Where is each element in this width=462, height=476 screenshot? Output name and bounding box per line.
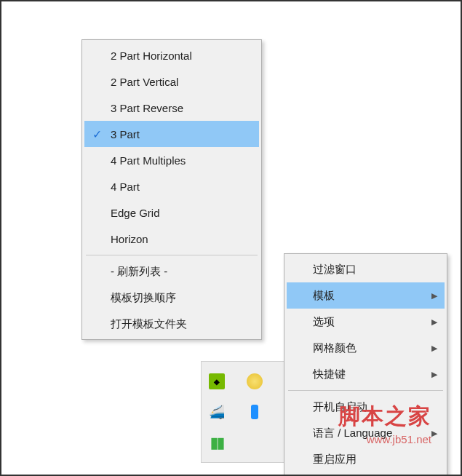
menu-exit[interactable]: 退出 — [287, 472, 445, 476]
menu-refresh-list[interactable]: - 刷新列表 - — [84, 258, 259, 285]
menu-label: 网格颜色 — [313, 341, 357, 355]
menu-open-folder[interactable]: 打开模板文件夹 — [84, 311, 259, 337]
main-context-menu: 过滤窗口 模板 ▶ 选项 ▶ 网格颜色 ▶ 快捷键 ▶ 开机自启动 语言 / L… — [284, 253, 447, 476]
checkmark-icon: ✓ — [90, 127, 103, 140]
menu-label: 重启应用 — [313, 453, 357, 467]
menu-restart[interactable]: 重启应用 — [287, 446, 445, 472]
menu-template[interactable]: 模板 ▶ — [287, 282, 445, 309]
template-option[interactable]: 2 Part Horizontal — [84, 42, 259, 68]
menu-label: 过滤窗口 — [313, 263, 357, 277]
template-option[interactable]: Edge Grid — [84, 199, 259, 226]
menu-label: 模板 — [313, 289, 335, 303]
menu-label: 打开模板文件夹 — [111, 317, 187, 331]
menu-language[interactable]: 语言 / Language ▶ — [287, 420, 445, 446]
template-option-selected[interactable]: ✓ 3 Part — [84, 121, 259, 147]
menu-autostart[interactable]: 开机自启动 — [287, 394, 445, 420]
submenu-arrow-icon: ▶ — [431, 291, 437, 301]
menu-filter-window[interactable]: 过滤窗口 — [287, 256, 445, 282]
menu-label: 4 Part — [111, 181, 140, 193]
train-tray-icon[interactable]: 🚄 — [209, 404, 225, 420]
tray-row: 🚄 — [209, 404, 277, 420]
menu-label: 2 Part Vertical — [111, 76, 178, 88]
menu-label: 3 Part Reverse — [111, 102, 183, 114]
tray-row: ▮▮ — [209, 435, 277, 451]
empty-tray-slot — [247, 435, 263, 451]
system-tray-panel: ◆ 🚄 ▮▮ — [201, 361, 285, 463]
menu-label: 开机自启动 — [313, 400, 367, 414]
submenu-arrow-icon: ▶ — [431, 429, 437, 438]
menu-label: 快捷键 — [313, 368, 346, 381]
menu-label: Edge Grid — [111, 207, 160, 219]
submenu-arrow-icon: ▶ — [431, 370, 437, 379]
menu-separator — [288, 390, 443, 391]
template-option[interactable]: Horizon — [84, 226, 259, 252]
blue-tray-icon[interactable] — [247, 404, 263, 420]
smiley-tray-icon[interactable] — [247, 373, 263, 389]
submenu-arrow-icon: ▶ — [431, 344, 437, 353]
menu-label: 选项 — [313, 315, 335, 329]
menu-options[interactable]: 选项 ▶ — [287, 309, 445, 335]
template-option[interactable]: 4 Part Multiples — [84, 147, 259, 173]
nvidia-tray-icon[interactable]: ◆ — [209, 373, 225, 389]
menu-label: 2 Part Horizontal — [111, 49, 192, 62]
tray-row: ◆ — [209, 373, 277, 389]
template-option[interactable]: 4 Part — [84, 173, 259, 199]
submenu-arrow-icon: ▶ — [431, 317, 437, 327]
template-option[interactable]: 2 Part Vertical — [84, 68, 259, 95]
template-submenu: 2 Part Horizontal 2 Part Vertical 3 Part… — [81, 39, 262, 340]
menu-label: - 刷新列表 - — [111, 265, 167, 279]
menu-label: 语言 / Language — [313, 427, 392, 440]
menu-label: 3 Part — [111, 128, 140, 140]
menu-shortcut[interactable]: 快捷键 ▶ — [287, 361, 445, 387]
menu-separator — [86, 255, 258, 255]
menu-label: 4 Part Multiples — [111, 154, 186, 167]
template-option[interactable]: 3 Part Reverse — [84, 95, 259, 121]
menu-grid-color[interactable]: 网格颜色 ▶ — [287, 335, 445, 361]
menu-label: 模板切换顺序 — [111, 291, 176, 305]
app-tray-icon[interactable]: ▮▮ — [209, 435, 225, 451]
menu-switch-order[interactable]: 模板切换顺序 — [84, 285, 259, 311]
menu-label: Horizon — [111, 233, 148, 245]
